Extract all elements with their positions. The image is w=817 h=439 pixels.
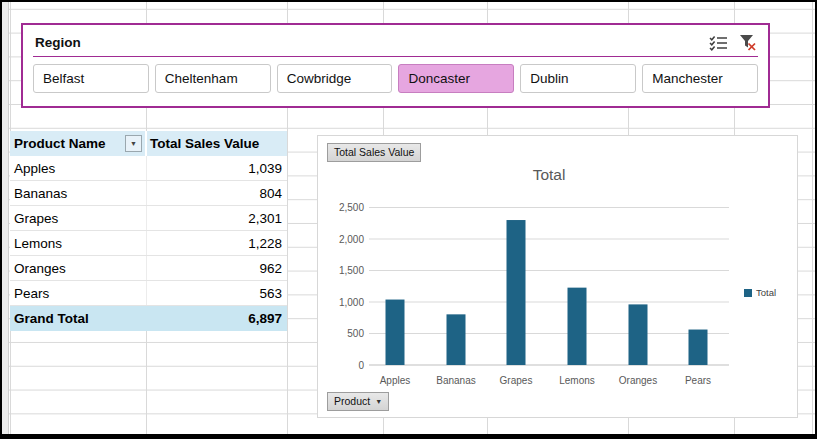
- pivot-row-pears: Pears563: [10, 281, 287, 306]
- y-tick-label: 1,500: [339, 265, 364, 276]
- pivot-row-oranges: Oranges962: [10, 256, 287, 281]
- y-tick-label: 2,000: [339, 234, 364, 245]
- value-cell[interactable]: 962: [147, 261, 287, 276]
- pivot-row-grapes: Grapes2,301: [10, 206, 287, 231]
- product-cell[interactable]: Apples: [10, 156, 147, 180]
- chart-bar-pears[interactable]: [689, 330, 708, 365]
- axis-dropdown-arrow: ▼: [375, 398, 382, 405]
- value-cell[interactable]: 2,301: [147, 211, 287, 226]
- x-axis-label: Oranges: [619, 375, 657, 386]
- pivot-row-bananas: Bananas804: [10, 181, 287, 206]
- pivot-row-lemons: Lemons1,228: [10, 231, 287, 256]
- slicer-button-cowbridge[interactable]: Cowbridge: [277, 64, 393, 93]
- x-axis-label: Bananas: [436, 375, 475, 386]
- x-axis-label: Apples: [380, 375, 411, 386]
- legend-swatch: [744, 289, 752, 297]
- legend-label: Total: [756, 287, 776, 298]
- y-tick-label: 500: [347, 328, 364, 339]
- slicer-button-cheltenham[interactable]: Cheltenham: [155, 64, 271, 93]
- value-field-button[interactable]: Total Sales Value: [327, 143, 421, 162]
- value-cell[interactable]: 1,228: [147, 236, 287, 251]
- pivot-body: Apples1,039Bananas804Grapes2,301Lemons1,…: [10, 156, 287, 306]
- x-axis-label: Lemons: [559, 375, 595, 386]
- product-cell[interactable]: Grapes: [10, 206, 147, 230]
- sheet-left-edge: [2, 2, 9, 434]
- slicer-header: Region: [23, 25, 768, 56]
- chart-title[interactable]: Total: [369, 166, 729, 184]
- excel-worksheet: Region: [0, 0, 817, 439]
- clear-filter-icon[interactable]: [738, 34, 758, 51]
- slicer-button-doncaster[interactable]: Doncaster: [398, 64, 514, 93]
- grand-total-value[interactable]: 6,897: [147, 311, 287, 326]
- value-cell[interactable]: 804: [147, 186, 287, 201]
- y-tick-label: 1,000: [339, 297, 364, 308]
- y-tick-label: 2,500: [339, 202, 364, 213]
- chart-legend[interactable]: Total: [744, 287, 776, 298]
- pivot-header-product[interactable]: Product Name ▼: [10, 131, 147, 156]
- pivot-grand-total-row: Grand Total 6,897: [10, 306, 287, 331]
- product-cell[interactable]: Lemons: [10, 231, 147, 255]
- pivot-row-apples: Apples1,039: [10, 156, 287, 181]
- pivot-header-value[interactable]: Total Sales Value: [147, 136, 287, 151]
- product-cell[interactable]: Bananas: [10, 181, 147, 205]
- slicer-buttons: BelfastCheltenhamCowbridgeDoncasterDubli…: [23, 57, 768, 93]
- region-slicer: Region: [21, 23, 770, 108]
- chart-bar-lemons[interactable]: [568, 288, 587, 365]
- grand-total-label[interactable]: Grand Total: [10, 306, 147, 331]
- value-cell[interactable]: 563: [147, 286, 287, 301]
- slicer-button-belfast[interactable]: Belfast: [33, 64, 149, 93]
- pivot-header-row: Product Name ▼ Total Sales Value: [10, 131, 287, 156]
- pivot-table: Product Name ▼ Total Sales Value Apples1…: [10, 131, 287, 331]
- product-cell[interactable]: Oranges: [10, 256, 147, 280]
- product-cell[interactable]: Pears: [10, 281, 147, 305]
- axis-field-button[interactable]: Product ▼: [327, 392, 389, 411]
- chart-bar-apples[interactable]: [386, 300, 405, 365]
- y-tick-label: 0: [358, 360, 364, 371]
- chart-bar-grapes[interactable]: [507, 220, 526, 365]
- value-cell[interactable]: 1,039: [147, 161, 287, 176]
- slicer-title: Region: [35, 35, 81, 50]
- pivot-chart[interactable]: 05001,0001,5002,0002,500ApplesBananasGra…: [317, 135, 798, 418]
- x-axis-label: Pears: [685, 375, 711, 386]
- chart-bar-oranges[interactable]: [629, 304, 648, 365]
- x-axis-label: Grapes: [500, 375, 533, 386]
- multi-select-icon[interactable]: [708, 34, 728, 51]
- slicer-button-dublin[interactable]: Dublin: [520, 64, 636, 93]
- chart-bar-bananas[interactable]: [447, 314, 466, 365]
- slicer-button-manchester[interactable]: Manchester: [642, 64, 758, 93]
- product-name-filter-button[interactable]: ▼: [125, 135, 142, 152]
